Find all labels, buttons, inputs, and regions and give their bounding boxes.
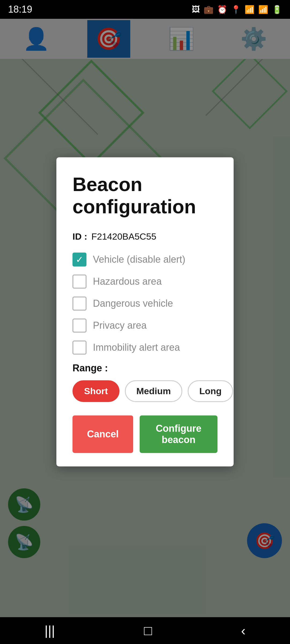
range-short-button[interactable]: Short: [73, 380, 119, 402]
range-label: Range :: [73, 363, 218, 374]
dialog-title: Beacon configuration: [73, 173, 218, 218]
app-background: 👤 🎯 📊 ⚙️ 📡 📡 🎯: [0, 19, 290, 617]
briefcase-icon: 💼: [204, 5, 213, 14]
checkbox-immobility-label: Immobility alert area: [93, 342, 180, 353]
range-buttons: Short Medium Long: [73, 380, 218, 402]
configure-beacon-button[interactable]: Configure beacon: [140, 415, 218, 453]
id-value: F21420BA5C55: [91, 231, 156, 241]
checkbox-immobility[interactable]: Immobility alert area: [73, 341, 218, 354]
checkbox-dangerous-vehicle[interactable]: Dangerous vehicle: [73, 297, 218, 310]
checkbox-dangerous-label: Dangerous vehicle: [93, 298, 173, 309]
checkbox-privacy[interactable]: Privacy area: [73, 319, 218, 332]
checkbox-hazardous-label: Hazardous area: [93, 276, 162, 287]
checkbox-hazardous[interactable]: Hazardous area: [73, 275, 218, 288]
status-time: 18:19: [8, 4, 32, 15]
checkbox-vehicle-label: Vehicle (disable alert): [93, 254, 185, 265]
id-label: ID :: [73, 231, 87, 241]
beacon-config-dialog: Beacon configuration ID : F21420BA5C55 ✓…: [56, 157, 234, 466]
checkbox-vehicle[interactable]: ✓ Vehicle (disable alert): [73, 253, 218, 266]
action-buttons: Cancel Configure beacon: [73, 415, 218, 453]
back-icon[interactable]: ‹: [241, 623, 246, 638]
checkbox-hazardous-box[interactable]: [73, 275, 86, 288]
wifi-icon: 📶: [245, 5, 255, 14]
checkmark-icon: ✓: [76, 255, 83, 264]
recent-apps-icon[interactable]: |||: [45, 623, 55, 638]
battery-icon: 🔋: [272, 5, 282, 14]
signal-icon: 📶: [258, 5, 268, 14]
bottom-nav: ||| □ ‹: [0, 617, 290, 644]
status-bar: 18:19 🖼 💼 ⏰ 📍 📶 📶 🔋: [0, 0, 290, 19]
status-icons: 🖼 💼 ⏰ 📍 📶 📶 🔋: [192, 5, 282, 14]
range-medium-button[interactable]: Medium: [125, 380, 182, 402]
checkbox-vehicle-box[interactable]: ✓: [73, 253, 86, 266]
home-icon[interactable]: □: [144, 623, 152, 638]
cancel-button[interactable]: Cancel: [73, 415, 133, 453]
photo-icon: 🖼: [192, 5, 200, 14]
checkbox-privacy-label: Privacy area: [93, 320, 147, 331]
dialog-id-row: ID : F21420BA5C55: [73, 231, 218, 242]
alarm-icon: ⏰: [217, 5, 227, 14]
checkbox-immobility-box[interactable]: [73, 341, 86, 354]
checkbox-privacy-box[interactable]: [73, 319, 86, 332]
location-icon: 📍: [231, 5, 241, 14]
checkbox-dangerous-box[interactable]: [73, 297, 86, 310]
range-long-button[interactable]: Long: [188, 380, 233, 402]
